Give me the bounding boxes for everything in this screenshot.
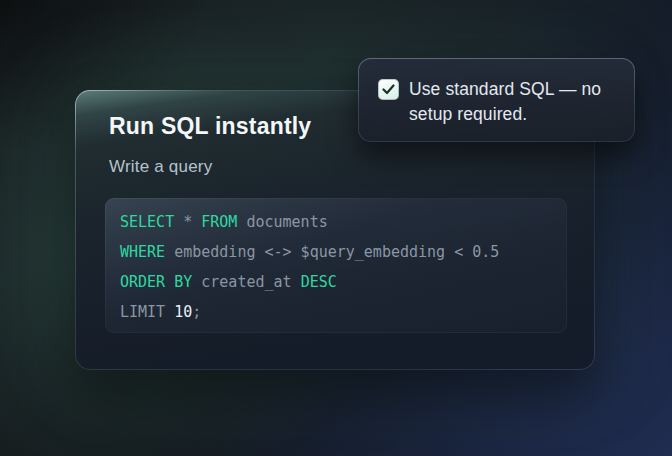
tooltip-line-1: Use standard SQL — no <box>409 77 601 102</box>
sql-token: DESC <box>301 273 337 291</box>
sql-token: * <box>174 213 201 231</box>
tooltip-body: Use standard SQL — no setup required. <box>359 59 634 141</box>
sql-token: LIMIT <box>120 303 174 321</box>
sql-token: WHERE <box>120 243 165 261</box>
check-icon <box>382 84 395 95</box>
card-subtitle: Write a query <box>109 157 564 177</box>
sql-token: embedding <-> $query_embedding < 0.5 <box>165 243 499 261</box>
sql-code-block: SELECT * FROM documents WHERE embedding … <box>105 198 567 333</box>
tooltip-text: Use standard SQL — no setup required. <box>409 77 601 127</box>
sql-token: FROM <box>201 213 237 231</box>
code-line-4: LIMIT 10; <box>120 297 566 327</box>
code-line-3: ORDER BY created_at DESC <box>120 267 566 297</box>
sql-token: SELECT <box>120 213 174 231</box>
tooltip: Use standard SQL — no setup required. <box>358 58 635 142</box>
code-line-2: WHERE embedding <-> $query_embedding < 0… <box>120 237 566 267</box>
tooltip-line-2: setup required. <box>409 102 601 127</box>
sql-code: SELECT * FROM documents WHERE embedding … <box>106 199 566 332</box>
hero-background: Run SQL instantly Write a query SELECT *… <box>0 0 672 456</box>
sql-token: created_at <box>192 273 300 291</box>
sql-token: 10 <box>174 303 192 321</box>
sql-token: documents <box>237 213 327 231</box>
sql-token: ORDER BY <box>120 273 192 291</box>
standard-sql-checkbox[interactable] <box>378 79 399 100</box>
code-line-1: SELECT * FROM documents <box>120 207 566 237</box>
sql-token: ; <box>192 303 201 321</box>
